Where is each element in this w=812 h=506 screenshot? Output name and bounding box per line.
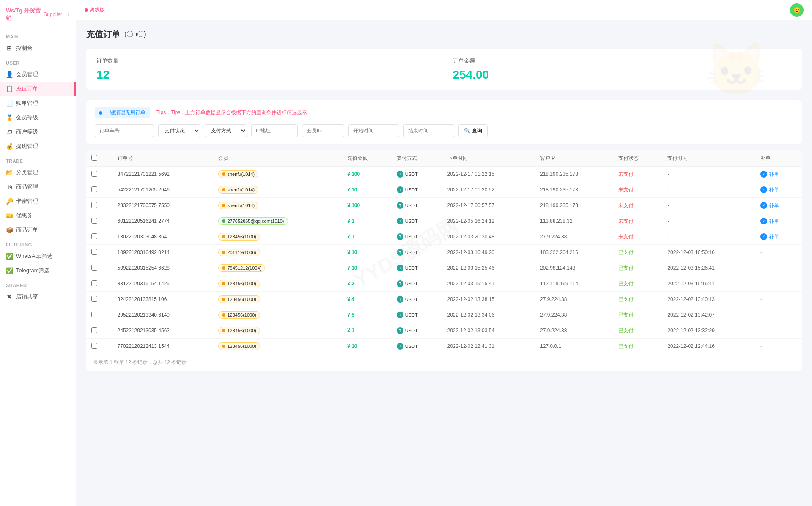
sidebar-item-coupons[interactable]: 🎫 优惠券: [0, 208, 76, 223]
sidebar-item-label: WhatsApp筛选: [16, 252, 52, 260]
supplement-btn[interactable]: ✓补单: [760, 202, 779, 209]
cell-ip: 218.190.235.173: [535, 182, 613, 198]
products-icon: 🛍: [6, 183, 13, 190]
members-icon: 👤: [6, 71, 13, 78]
row-checkbox[interactable]: [91, 312, 97, 317]
order-amount-value: 254.00: [453, 68, 792, 82]
row-checkbox[interactable]: [91, 186, 97, 192]
cell-supplement: -: [755, 323, 802, 339]
payment-method-select[interactable]: 支付方式 USDT: [205, 124, 247, 137]
cell-amount: ¥ 10: [342, 245, 392, 260]
row-checkbox[interactable]: [91, 171, 97, 177]
cell-order-no: 88122120315154 1425: [112, 276, 214, 292]
sidebar: Ws/Tg 外贸营销 Supplier 《 MAIN ⊞ 控制台 USER 👤 …: [0, 0, 76, 506]
start-time-input[interactable]: [348, 124, 399, 137]
dashboard-icon: ⊞: [6, 45, 13, 52]
cell-pay-time: 2022-12-02 12:44:16: [662, 339, 755, 354]
cell-supplement[interactable]: ✓补单: [755, 182, 802, 198]
sidebar-item-products[interactable]: 🛍 商品管理: [0, 180, 76, 194]
sidebar-item-store-share[interactable]: ✖ 店铺共享: [0, 290, 76, 304]
ip-input[interactable]: [251, 124, 298, 137]
cell-order-no: 50922120315254 6628: [112, 260, 214, 276]
cell-order-time: 2022-12-17 01:22:15: [442, 167, 535, 182]
select-all-checkbox[interactable]: [91, 155, 97, 161]
cell-pay-time: 2022-12-02 13:40:13: [662, 292, 755, 307]
cell-ip: 27.9.224.38: [535, 307, 613, 323]
avatar[interactable]: 😊: [790, 3, 804, 17]
th-order-time: 下单时间: [442, 150, 535, 167]
cell-member: 123456(1000): [213, 229, 342, 245]
cell-member: 201119(1006): [213, 245, 342, 260]
cell-supplement[interactable]: ✓补单: [755, 198, 802, 213]
supplement-btn[interactable]: ✓补单: [760, 186, 779, 194]
product-orders-icon: 📦: [6, 227, 13, 233]
top-bar: 离线版 😊: [76, 0, 812, 20]
supplement-btn[interactable]: ✓补单: [760, 171, 779, 178]
member-id-input[interactable]: [302, 124, 344, 137]
cell-pay-time: 2022-12-02 13:32:29: [662, 323, 755, 339]
row-checkbox[interactable]: [91, 249, 97, 255]
sidebar-item-dashboard[interactable]: ⊞ 控制台: [0, 41, 76, 55]
cell-status: 未支付: [613, 229, 663, 245]
row-checkbox[interactable]: [91, 280, 97, 286]
sidebar-item-recharge[interactable]: 📋 充值订单: [0, 82, 76, 96]
table-row: 13022120303048 354 123456(1000) ¥ 1 T US…: [86, 229, 802, 245]
supplement-btn[interactable]: ✓补单: [760, 218, 779, 225]
th-pay-time: 支付时间: [662, 150, 755, 167]
sidebar-item-label: 会员等级: [16, 114, 38, 121]
cell-ip: 218.190.235.173: [535, 167, 613, 182]
sidebar-item-telegram[interactable]: ✅ Telegram筛选: [0, 263, 76, 278]
table-row: 77022120212413 1544 123456(1000) ¥ 10 T …: [86, 339, 802, 354]
cell-supplement: -: [755, 276, 802, 292]
cell-payment: T USDT: [392, 182, 442, 198]
sidebar-item-member-level[interactable]: 🏅 会员等级: [0, 110, 76, 125]
row-checkbox[interactable]: [91, 296, 97, 302]
supplement-dash: -: [760, 265, 762, 271]
row-checkbox[interactable]: [91, 343, 97, 349]
row-checkbox[interactable]: [91, 202, 97, 208]
sidebar-item-label: 商品订单: [16, 226, 38, 234]
sidebar-item-withdraw[interactable]: 💰 提现管理: [0, 139, 76, 153]
cell-supplement[interactable]: ✓补单: [755, 213, 802, 229]
sidebar-item-whatsapp[interactable]: ✅ WhatsApp筛选: [0, 249, 76, 263]
sidebar-item-label: 卡密管理: [16, 197, 38, 205]
filter-tip: Tips：Tips：上方订单数据显示会根据下方的查询条件进行筛选显示.: [156, 109, 309, 116]
order-no-input[interactable]: [95, 124, 154, 137]
cell-status: 已支付: [613, 260, 663, 276]
cell-supplement[interactable]: ✓补单: [755, 229, 802, 245]
cell-pay-time: 2022-12-03 16:50:16: [662, 245, 755, 260]
row-checkbox[interactable]: [91, 265, 97, 271]
search-btn-label: 查询: [472, 127, 482, 134]
row-checkbox[interactable]: [91, 218, 97, 224]
sidebar-item-label: 商户等级: [16, 128, 38, 136]
cell-order-time: 2022-12-05 16:24:12: [442, 213, 535, 229]
clear-btn[interactable]: 一键清理无用订单: [95, 107, 150, 118]
search-button[interactable]: 🔍 查询: [458, 124, 488, 137]
sidebar-logo: Ws/Tg 外贸营销 Supplier 《: [0, 0, 76, 29]
table-row: 34722121701221 5692 shenfu(1014) ¥ 100 T…: [86, 167, 802, 182]
cell-ip: 127.0.0.1: [535, 339, 613, 354]
page-title-row: 充值订单 (〇u〇): [86, 29, 802, 40]
row-checkbox[interactable]: [91, 327, 97, 333]
th-amount: 充值金额: [342, 150, 392, 167]
sidebar-item-members[interactable]: 👤 会员管理: [0, 67, 76, 82]
end-time-input[interactable]: [403, 124, 454, 137]
sidebar-item-category[interactable]: 📂 分类管理: [0, 165, 76, 180]
cell-order-no: 77022120212413 1544: [112, 339, 214, 354]
cell-order-no: 60122120516241 2774: [112, 213, 214, 229]
sidebar-item-product-orders[interactable]: 📦 商品订单: [0, 223, 76, 237]
row-checkbox[interactable]: [91, 233, 97, 239]
cell-member: 123456(1000): [213, 323, 342, 339]
sidebar-item-cards[interactable]: 🔑 卡密管理: [0, 194, 76, 208]
cell-order-time: 2022-12-02 12:41:31: [442, 339, 535, 354]
cell-order-no: 29522120213340 6149: [112, 307, 214, 323]
sidebar-item-bills[interactable]: 📄 账单管理: [0, 96, 76, 110]
cell-order-no: 24522120213035 4562: [112, 323, 214, 339]
sidebar-item-merchant-level[interactable]: 🏷 商户等级: [0, 125, 76, 139]
payment-status-select[interactable]: 支付状态 未支付 已支付: [158, 124, 200, 137]
recharge-table: 订单号 会员 充值金额 支付方式 下单时间 客户IP 支付状态 支付时间 补单: [86, 150, 802, 354]
cell-supplement[interactable]: ✓补单: [755, 167, 802, 182]
sidebar-item-label: 店铺共享: [16, 293, 38, 301]
logo-arrow: 《: [65, 11, 70, 18]
supplement-btn[interactable]: ✓补单: [760, 233, 779, 241]
